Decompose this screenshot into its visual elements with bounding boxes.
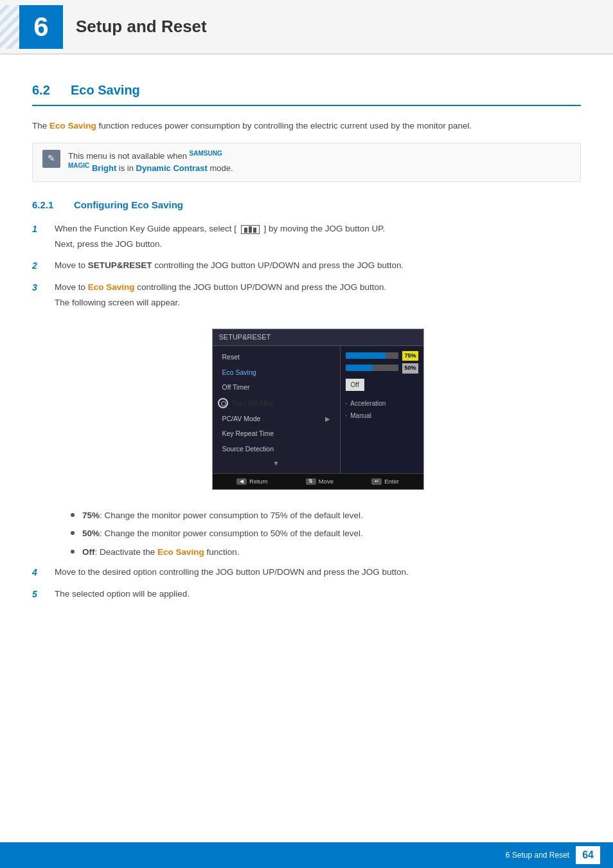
note-box: This menu is not available when SAMSUNGM… bbox=[32, 143, 581, 182]
bullet-dot-50 bbox=[71, 531, 75, 535]
bullet-text-75: 75%: Change the monitor power consumptio… bbox=[82, 509, 363, 522]
step-3-number: 3 bbox=[32, 281, 51, 294]
page-footer: 6 Setup and Reset 64 bbox=[0, 842, 613, 868]
menu-item-pcav: PC/AV Mode ▶ bbox=[213, 411, 340, 427]
monitor-right-panel: 75% 50% Off bbox=[340, 346, 423, 473]
label-50: 50% bbox=[402, 363, 418, 374]
sub-options: ·Acceleration ·Manual bbox=[346, 397, 418, 422]
step-5: 5 The selected option will be applied. bbox=[32, 587, 581, 601]
menu-item-offtimer: Off Timer bbox=[213, 380, 340, 395]
jog-bar-3 bbox=[253, 228, 256, 233]
note-icon bbox=[42, 150, 60, 168]
bullet-item-75: 75%: Change the monitor power consumptio… bbox=[71, 509, 581, 522]
footer-chapter-ref: 6 Setup and Reset bbox=[506, 849, 569, 861]
step-1-number: 1 bbox=[32, 222, 51, 236]
bullet-dot-75 bbox=[71, 513, 75, 517]
note-text: This menu is not available when SAMSUNGM… bbox=[68, 150, 233, 175]
off-box: Off bbox=[346, 379, 364, 391]
return-icon: ◀ bbox=[236, 478, 247, 485]
gear-icon bbox=[218, 398, 228, 408]
jog-bars bbox=[244, 226, 256, 233]
sub-option-manual: ·Manual bbox=[346, 410, 418, 422]
menu-item-keyrepeat: Key Repeat Time bbox=[213, 426, 340, 442]
monitor-screenshot: SETUP&RESET Reset Eco Saving Off Timer T… bbox=[212, 329, 424, 490]
bullet-item-50: 50%: Change the monitor power consumptio… bbox=[71, 527, 581, 540]
monitor-body: Reset Eco Saving Off Timer Turn Off Afte… bbox=[213, 346, 423, 473]
move-icon: ⇅ bbox=[306, 478, 316, 485]
page-header: 6 Setup and Reset bbox=[0, 0, 613, 55]
jog-bar-2 bbox=[249, 226, 252, 233]
progress-bar-75 bbox=[346, 352, 399, 359]
section-heading: 6.2 Eco Saving bbox=[32, 80, 581, 106]
menu-item-sourcedetect: Source Detection bbox=[213, 442, 340, 457]
bar-75-row: 75% bbox=[346, 351, 418, 361]
step-5-content: The selected option will be applied. bbox=[55, 587, 581, 601]
jog-bar-1 bbox=[244, 228, 247, 233]
step-3-content: Move to Eco Saving controlling the JOG b… bbox=[55, 280, 581, 309]
steps-list: 1 When the Function Key Guide appears, s… bbox=[32, 222, 581, 601]
step-3: 3 Move to Eco Saving controlling the JOG… bbox=[32, 280, 581, 309]
subsection-heading: 6.2.1 Configuring Eco Saving bbox=[32, 198, 581, 213]
step-4-content: Move to the desired option controlling t… bbox=[55, 565, 581, 579]
label-75: 75% bbox=[402, 351, 418, 361]
menu-arrow-down: ▼ bbox=[213, 457, 340, 469]
step-4-number: 4 bbox=[32, 566, 51, 579]
monitor-footer: ◀ Return ⇅ Move ↵ Enter bbox=[213, 473, 423, 489]
chapter-number: 6 bbox=[33, 6, 48, 47]
monitor-title: SETUP&RESET bbox=[219, 333, 271, 341]
section-number: 6.2 bbox=[32, 80, 58, 100]
monitor-menu: Reset Eco Saving Off Timer Turn Off Afte… bbox=[213, 346, 340, 473]
step-1-content: When the Function Key Guide appears, sel… bbox=[55, 222, 581, 251]
menu-item-eco: Eco Saving bbox=[213, 365, 340, 381]
footer-return: ◀ Return bbox=[236, 477, 268, 486]
footer-enter: ↵ Enter bbox=[371, 477, 399, 486]
enter-icon: ↵ bbox=[371, 478, 382, 485]
sub-option-accel: ·Acceleration bbox=[346, 397, 418, 410]
bullet-text-50: 50%: Change the monitor power consumptio… bbox=[82, 527, 363, 540]
main-content: 6.2 Eco Saving The Eco Saving function r… bbox=[0, 55, 613, 660]
bullet-text-off: Off: Deactivate the Eco Saving function. bbox=[82, 546, 240, 559]
step-5-number: 5 bbox=[32, 588, 51, 601]
section-title: Eco Saving bbox=[71, 80, 140, 100]
subsection-title: Configuring Eco Saving bbox=[74, 198, 183, 213]
subsection-number: 6.2.1 bbox=[32, 198, 64, 213]
intro-paragraph: The Eco Saving function reduces power co… bbox=[32, 119, 581, 133]
step-2-number: 2 bbox=[32, 259, 51, 273]
page-number: 64 bbox=[576, 846, 600, 864]
bullet-item-off: Off: Deactivate the Eco Saving function. bbox=[71, 546, 581, 559]
bullet-dot-off bbox=[71, 550, 75, 554]
jog-icon bbox=[241, 225, 260, 234]
footer-move: ⇅ Move bbox=[306, 477, 333, 486]
step-2-content: Move to SETUP&RESET controlling the JOG … bbox=[55, 258, 581, 273]
step-1-subtext: Next, press the JOG button. bbox=[55, 237, 581, 251]
step-1: 1 When the Function Key Guide appears, s… bbox=[32, 222, 581, 251]
menu-item-turnoff-label: Turn Off After bbox=[232, 398, 274, 409]
off-box-row: Off bbox=[346, 376, 418, 391]
menu-item-turnoff: Turn Off After bbox=[213, 395, 340, 411]
step-3-subtext: The following screen will appear. bbox=[55, 296, 581, 310]
progress-bar-50 bbox=[346, 365, 399, 371]
bullet-list: 75%: Change the monitor power consumptio… bbox=[71, 509, 581, 559]
chapter-number-box: 6 bbox=[19, 5, 63, 49]
step-4: 4 Move to the desired option controlling… bbox=[32, 565, 581, 579]
eco-saving-inline: Eco Saving bbox=[49, 121, 96, 131]
chapter-title: Setup and Reset bbox=[76, 14, 207, 39]
menu-item-reset: Reset bbox=[213, 350, 340, 365]
step-2: 2 Move to SETUP&RESET controlling the JO… bbox=[32, 258, 581, 273]
monitor-header: SETUP&RESET bbox=[213, 329, 423, 346]
progress-fill-50 bbox=[346, 365, 372, 371]
bar-50-row: 50% bbox=[346, 363, 418, 374]
progress-fill-75 bbox=[346, 352, 386, 359]
